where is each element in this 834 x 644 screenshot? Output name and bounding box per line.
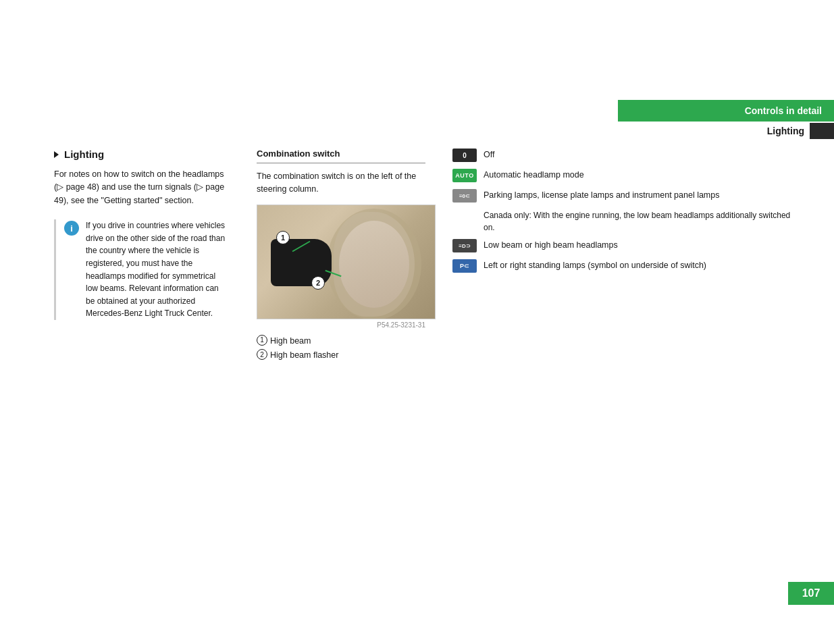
label-num-2: 2 bbox=[257, 349, 267, 360]
badge-off: 0 bbox=[452, 149, 477, 162]
label-text-1: High beam bbox=[270, 334, 311, 348]
badge-beam: ≡D⊃ bbox=[452, 239, 477, 252]
label-1: 1 bbox=[276, 231, 290, 244]
image-label-1: 1 High beam bbox=[257, 334, 425, 348]
label-text-2: High beam flasher bbox=[270, 348, 338, 363]
symbol-item-off: 0 Off bbox=[452, 149, 793, 162]
subsection-title: Lighting bbox=[767, 126, 810, 136]
symbol-text-off: Off bbox=[484, 149, 494, 161]
header-bar: Controls in detail Lighting bbox=[618, 100, 834, 139]
symbol-text-auto: Automatic headlamp mode bbox=[484, 169, 584, 182]
symbol-item-standing: P⊂ Left or right standing lamps (symbol … bbox=[452, 259, 793, 273]
section-heading: Lighting bbox=[54, 149, 230, 160]
badge-standing: P⊂ bbox=[452, 259, 477, 273]
symbol-text-parking: Parking lamps, license plate lamps and i… bbox=[484, 189, 719, 202]
label-num-1: 1 bbox=[257, 335, 267, 346]
label-2: 2 bbox=[311, 276, 325, 290]
symbol-list: 0 Off AUTO Automatic headlamp mode ≡0⊂ P… bbox=[452, 149, 793, 273]
image-labels: 1 High beam 2 High beam flasher bbox=[257, 334, 425, 363]
triangle-icon bbox=[54, 151, 59, 158]
intro-text: For notes on how to switch on the headla… bbox=[54, 168, 230, 207]
combo-switch-desc: The combination switch is on the left of… bbox=[257, 170, 425, 196]
combo-switch-title: Combination switch bbox=[257, 149, 425, 163]
main-content: Lighting For notes on how to switch on t… bbox=[54, 149, 793, 363]
lighting-title: Lighting bbox=[64, 149, 104, 160]
image-caption: P54.25-3231-31 bbox=[257, 321, 425, 329]
info-icon: i bbox=[64, 221, 79, 236]
info-box: i If you drive in countries where vehicl… bbox=[54, 219, 230, 320]
symbol-item-auto: AUTO Automatic headlamp mode bbox=[452, 169, 793, 182]
page-number: 107 bbox=[788, 582, 834, 605]
section-title: Controls in detail bbox=[618, 100, 834, 122]
steering-wheel-arc bbox=[327, 209, 421, 319]
badge-auto: AUTO bbox=[452, 169, 477, 182]
switch-image: 1 2 bbox=[257, 205, 436, 319]
symbol-text-standing: Left or right standing lamps (symbol on … bbox=[484, 259, 706, 272]
left-column: Lighting For notes on how to switch on t… bbox=[54, 149, 243, 363]
info-text: If you drive in countries where vehicles… bbox=[86, 219, 230, 320]
image-label-2: 2 High beam flasher bbox=[257, 348, 425, 363]
right-column: 0 Off AUTO Automatic headlamp mode ≡0⊂ P… bbox=[439, 149, 793, 363]
symbol-text-beam: Low beam or high beam headlamps bbox=[484, 239, 618, 252]
middle-column: Combination switch The combination switc… bbox=[243, 149, 439, 363]
symbol-subtext-canada: Canada only: With the engine running, th… bbox=[484, 209, 793, 234]
badge-parking: ≡0⊂ bbox=[452, 189, 477, 203]
symbol-item-beam: ≡D⊃ Low beam or high beam headlamps bbox=[452, 239, 793, 252]
subsection-row: Lighting bbox=[618, 123, 834, 139]
symbol-item-parking: ≡0⊂ Parking lamps, license plate lamps a… bbox=[452, 189, 793, 203]
subsection-black-box bbox=[810, 123, 834, 139]
